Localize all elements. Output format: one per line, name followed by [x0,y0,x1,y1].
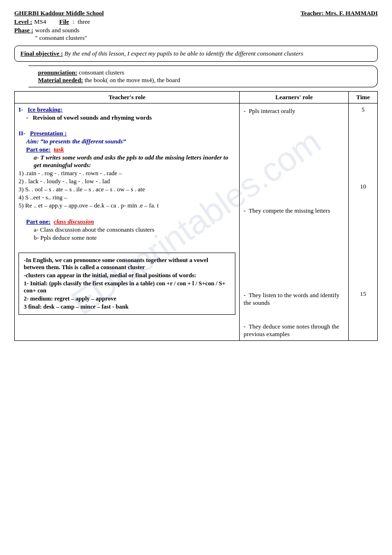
exercise-3: 3) S. . ool – s . ate – s . ile – s . ac… [19,186,235,193]
level-label: Level : [14,18,32,26]
col-teacher-header: Teacher's role [15,92,240,103]
material-box: pronunciation: consonant clusters Materi… [28,66,378,87]
teacher-cell-1: I- Ice breaking: - Revision of vowel sou… [15,103,240,341]
phase-label: Phase : [14,27,33,34]
part-one-label: Part one: [26,146,51,153]
exercise-2: 2) . lack - . loudy - . lag - . low - . … [19,178,235,185]
pronunciation-label: pronunciation: [38,69,77,76]
material-label: Material needed: [38,76,83,84]
task-intro: a- T writes some words and asks the ppls… [34,154,228,169]
presentation-title: Presentation : [30,130,66,137]
col-time-header: Time [348,92,377,103]
class-disc-label: class discussion [54,218,94,225]
file-value: three [78,18,90,26]
time-cell-combined: 5 10 15 [348,103,377,341]
aim-text: Aim: “to presents the different sounds” [26,138,235,145]
material-value: the book( on the move ms4), the board [84,76,180,84]
col-learner-header: Learners' role [240,92,349,103]
main-table: Teacher's role Learners' role Time I- Ic… [14,91,378,341]
class-disc-item-b: b- Ppls deduce some note [34,234,235,242]
note-line-1: -clusters can appear in the initial, med… [24,272,230,279]
phase-value: words and sounds " consonant clusters" [35,27,87,42]
note-line-4: 3 final: desk – camp – mince – fast - ba… [24,303,230,310]
learner-cell-combined: - Ppls interact orally - They compete th… [240,103,349,341]
ice-breaking-item: - Revision of vowel sounds and rhyming w… [26,114,235,122]
level-value: MS4 [34,18,46,26]
teacher-header: Teacher: Mrs. F. HAMMADI [300,9,378,17]
objective-box: Final objective : By the end of this les… [14,46,378,62]
exercise-5: 5) Re .. et – app.y – app.ove – de.k – c… [19,202,235,209]
header-section: GHERBI Kaddour Middle School Level : MS4… [14,9,378,42]
school-name: GHERBI Kaddour Middle School [14,9,104,17]
pronunciation-value: consonant clusters [79,69,124,76]
objective-text: By the end of this lesson, I expect my p… [65,50,303,57]
task-label: task [54,146,64,153]
exercise-4: 4) S ..eet - s.. ring – [19,194,235,201]
note-line-0: -In English, we can pronounce some conso… [24,257,230,271]
ice-breaking-title: Ice breaking: [28,106,63,113]
note-line-3: 2- medium: regret – apply – approve [24,295,230,302]
table-row-ice-breaking: I- Ice breaking: - Revision of vowel sou… [15,103,378,341]
exercise-1: 1) .rain - . rog - . rimary - . rown - .… [19,169,235,177]
section1-number: I- [19,106,23,113]
section2-number: II- [19,130,25,137]
class-disc-item-a: a- Class discussion about the consonants… [34,226,235,234]
note-box: -In English, we can pronounce some conso… [19,253,235,315]
note-line-2: 1- Initial: (ppls classify the first exa… [24,280,230,294]
part-one-b-label: Part one: [26,218,51,225]
objective-label: Final objective : [20,50,63,57]
file-label: File [59,18,69,26]
